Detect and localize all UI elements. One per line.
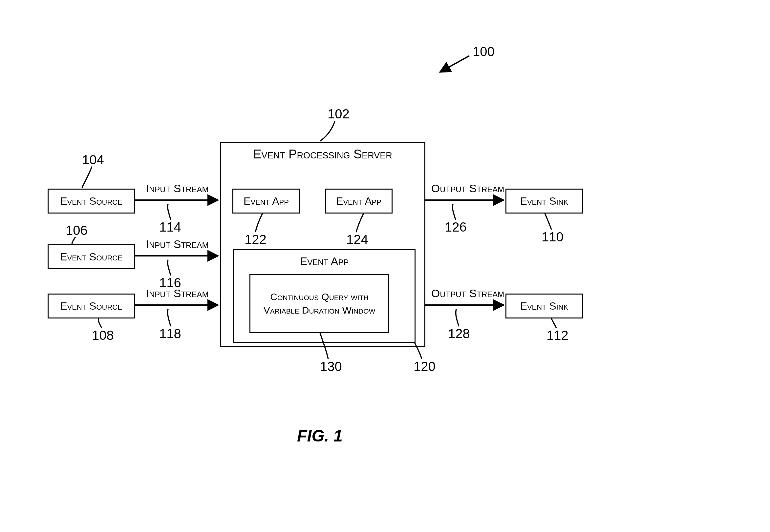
ref-126: 126 <box>445 220 467 235</box>
leader-108 <box>98 318 102 328</box>
arrow-100 <box>440 56 469 72</box>
event-source-108: Event Source <box>48 294 135 318</box>
ref-130: 130 <box>320 359 342 374</box>
output-stream-128-label: Output Stream <box>424 287 512 300</box>
ref-110: 110 <box>542 230 564 244</box>
ref-120: 120 <box>414 359 436 374</box>
event-app-122: Event App <box>232 189 300 214</box>
leader-106 <box>72 237 75 244</box>
event-app-120-title: Event App <box>234 255 415 268</box>
leader-118 <box>168 309 171 326</box>
event-source-104: Event Source <box>48 189 135 214</box>
leader-112 <box>552 318 556 328</box>
leader-104 <box>82 167 92 188</box>
leader-126 <box>453 204 456 220</box>
ref-106: 106 <box>66 223 88 238</box>
server-title: Event Processing Server <box>221 147 425 161</box>
event-sink-110: Event Sink <box>506 189 583 214</box>
ref-122: 122 <box>244 232 266 247</box>
output-stream-126-label: Output Stream <box>424 182 512 195</box>
input-stream-116-label: Input Stream <box>138 238 217 251</box>
diagram-canvas: Event Processing Server Event App Event … <box>0 0 770 532</box>
ref-104: 104 <box>82 153 104 167</box>
ref-108: 108 <box>92 328 114 343</box>
ref-128: 128 <box>448 326 470 341</box>
leader-114 <box>168 204 171 220</box>
continuous-query-box: Continuous Query with Variable Duration … <box>249 274 389 333</box>
ref-102: 102 <box>327 107 349 121</box>
event-sink-112: Event Sink <box>506 294 583 318</box>
ref-112: 112 <box>547 328 569 343</box>
figure-caption: FIG. 1 <box>297 426 343 445</box>
leader-116 <box>168 260 171 276</box>
ref-114: 114 <box>159 220 181 235</box>
input-stream-114-label: Input Stream <box>138 182 217 195</box>
ref-124: 124 <box>346 232 368 247</box>
leader-128 <box>456 309 459 326</box>
leader-102 <box>320 121 335 141</box>
ref-116: 116 <box>159 276 181 290</box>
ref-100: 100 <box>473 44 495 59</box>
leader-110 <box>545 213 552 230</box>
ref-118: 118 <box>159 326 181 341</box>
event-app-124: Event App <box>325 189 393 214</box>
event-source-106: Event Source <box>48 244 135 269</box>
